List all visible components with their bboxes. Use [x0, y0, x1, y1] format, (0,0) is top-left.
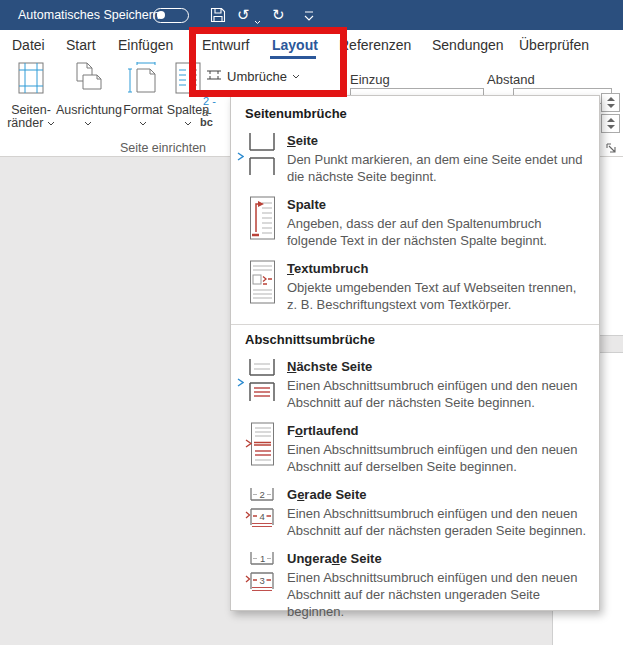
- menu-item-description: Einen Abschnittsumbruch einfügen und den…: [287, 441, 589, 475]
- autosave-toggle[interactable]: [153, 8, 189, 23]
- menu-item-title: Spalte: [287, 197, 589, 212]
- menu-item-description: Einen Abschnittsumbruch einfügen und den…: [287, 569, 589, 620]
- menu-item-description: Angeben, dass der auf den Spaltenumbruch…: [287, 215, 589, 249]
- autosave-label: Automatisches Speichern: [18, 0, 160, 30]
- menu-item-title: Gerade Seite: [287, 487, 589, 502]
- size-label: Format: [120, 104, 166, 130]
- orientation-label: Ausrichtung: [56, 104, 120, 130]
- svg-text:4: 4: [260, 511, 265, 522]
- active-tab-underline: [270, 56, 316, 59]
- margins-label: Seiten- ränder: [2, 104, 60, 130]
- menu-item-text-wrapping-break[interactable]: Textumbruch Objekte umgebenden Text auf …: [231, 255, 599, 319]
- tab-entwurf[interactable]: Entwurf: [202, 30, 249, 60]
- word-window: Automatisches Speichern ↺ ↻ Datei Start …: [0, 0, 623, 645]
- group-label-page-setup: Seite einrichten: [96, 141, 230, 155]
- size-button[interactable]: Format: [120, 62, 166, 130]
- indent-label: Einzug: [350, 72, 390, 87]
- text-wrapping-break-icon: [237, 259, 287, 305]
- odd-page-section-break-icon: 13: [237, 549, 287, 595]
- undo-dropdown-icon[interactable]: [254, 12, 261, 28]
- tab-start[interactable]: Start: [66, 30, 96, 60]
- menu-item-description: Einen Abschnittsumbruch einfügen und den…: [287, 505, 589, 539]
- tab-datei[interactable]: Datei: [12, 30, 45, 60]
- menu-item-next-page-section-break[interactable]: Nächste Seite Einen Abschnittsumbruch ei…: [231, 353, 599, 417]
- menu-section-header-section-breaks: Abschnittsumbrüche: [231, 328, 599, 353]
- menu-item-title: Ungerade Seite: [287, 551, 589, 566]
- even-page-section-break-icon: 24: [237, 485, 287, 531]
- svg-text:3: 3: [260, 575, 265, 586]
- page-break-icon: [237, 131, 287, 177]
- menu-item-odd-page-section-break[interactable]: 13 Ungerade Seite Einen Abschnittsumbruc…: [231, 545, 599, 626]
- breaks-icon: [206, 68, 222, 85]
- tab-referenzen[interactable]: Referenzen: [339, 30, 411, 60]
- spacing-before-stepper[interactable]: [601, 93, 620, 112]
- breaks-menu: Seitenumbrüche Seite Den Punkt markieren…: [230, 95, 600, 611]
- menu-item-column-break[interactable]: Spalte Angeben, dass der auf den Spalten…: [231, 191, 599, 255]
- next-page-section-break-icon: [237, 357, 287, 403]
- spacing-after-stepper[interactable]: [601, 114, 620, 133]
- menu-item-page-break[interactable]: Seite Den Punkt markieren, an dem eine S…: [231, 127, 599, 191]
- menu-item-continuous-section-break[interactable]: Fortlaufend Einen Abschnittsumbruch einf…: [231, 417, 599, 481]
- save-icon[interactable]: [210, 7, 226, 26]
- breaks-button-label: Umbrüche: [227, 69, 287, 84]
- orientation-button[interactable]: Ausrichtung: [56, 62, 120, 130]
- quick-access-customize-icon[interactable]: [303, 9, 315, 25]
- menu-item-description: Den Punkt markieren, an dem eine Seite e…: [287, 151, 589, 185]
- menu-item-even-page-section-break[interactable]: 24 Gerade Seite Einen Abschnittsumbruch …: [231, 481, 599, 545]
- menu-item-title: Textumbruch: [287, 261, 589, 276]
- margins-icon: [18, 80, 44, 97]
- tab-einfuegen[interactable]: Einfügen: [118, 30, 173, 60]
- menu-item-title: Nächste Seite: [287, 359, 589, 374]
- tab-sendungen[interactable]: Sendungen: [432, 30, 504, 60]
- margins-button[interactable]: Seiten- ränder: [2, 62, 60, 130]
- undo-icon[interactable]: ↺: [237, 7, 250, 23]
- breaks-button[interactable]: Umbrüche: [206, 65, 300, 87]
- orientation-icon: [71, 80, 105, 97]
- svg-text:1: 1: [260, 553, 265, 564]
- size-icon: [127, 80, 159, 97]
- menu-item-description: Einen Abschnittsumbruch einfügen und den…: [287, 377, 589, 411]
- continuous-section-break-icon: [237, 421, 287, 467]
- tab-ueberpruefen[interactable]: Überprüfen: [519, 30, 589, 60]
- svg-text:2: 2: [260, 489, 265, 500]
- menu-item-title: Seite: [287, 133, 589, 148]
- hyphenation-icon-bc[interactable]: bc: [200, 116, 213, 128]
- menu-item-description: Objekte umgebenden Text auf Webseiten tr…: [287, 279, 589, 313]
- columns-icon: [175, 80, 201, 97]
- redo-icon[interactable]: ↻: [272, 7, 285, 23]
- spacing-label: Abstand: [487, 72, 535, 87]
- titlebar: Automatisches Speichern ↺ ↻: [0, 0, 623, 30]
- menu-section-header-page-breaks: Seitenumbrüche: [231, 102, 599, 127]
- toggle-knob: [157, 11, 165, 19]
- menu-separator: [231, 324, 599, 325]
- column-break-icon: [237, 195, 287, 241]
- menu-item-title: Fortlaufend: [287, 423, 589, 438]
